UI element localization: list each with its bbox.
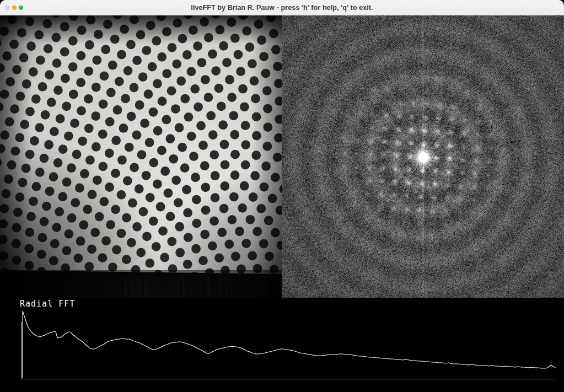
radial-fft-plot: Radial FFT <box>0 298 564 392</box>
livefft-window: liveFFT by Brian R. Pauw - press 'h' for… <box>0 0 564 392</box>
radial-fft-trace <box>23 311 556 378</box>
traffic-lights <box>5 0 23 15</box>
radial-fft-curve <box>0 298 564 392</box>
fft-magnitude-view <box>282 15 564 298</box>
zoom-button[interactable] <box>19 6 23 10</box>
titlebar[interactable]: liveFFT by Brian R. Pauw - press 'h' for… <box>0 0 564 15</box>
content-area: Radial FFT <box>0 15 564 392</box>
camera-feed-view <box>0 15 282 298</box>
radial-fft-label: Radial FFT <box>20 299 75 309</box>
close-button[interactable] <box>5 6 9 10</box>
minimize-button[interactable] <box>12 6 17 10</box>
window-title: liveFFT by Brian R. Pauw - press 'h' for… <box>191 4 373 12</box>
